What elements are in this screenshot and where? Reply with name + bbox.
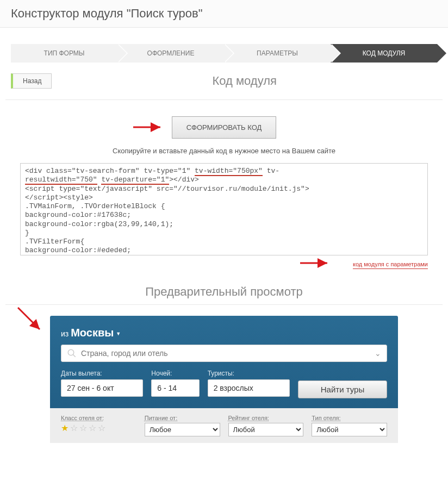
star-icon: ☆ (89, 423, 98, 433)
annotation-arrow (300, 258, 333, 271)
star-icon: ☆ (79, 423, 89, 433)
page-title: Конструктор модуля "Поиск туров" (11, 7, 437, 21)
star-icon: ★ (61, 423, 70, 433)
page-header: Конструктор модуля "Поиск туров" (0, 0, 448, 28)
generate-code-button[interactable]: СФОРМИРОВАТЬ КОД (172, 116, 277, 139)
divider (5, 304, 443, 305)
search-icon (67, 348, 77, 358)
destination-search-input[interactable]: ⌄ (61, 345, 387, 362)
step-form-type[interactable]: ТИП ФОРМЫ (11, 44, 117, 63)
rating-label: Рейтинг отеля: (228, 415, 304, 421)
dates-label: Даты вылета: (61, 370, 143, 377)
star-icon: ☆ (70, 423, 79, 433)
svg-line-4 (73, 354, 76, 357)
step-params[interactable]: ПАРАМЕТРЫ (224, 44, 331, 63)
chevron-down-icon: ▼ (116, 331, 121, 336)
code-with-params-link[interactable]: код модуля с параметрами (353, 261, 428, 269)
hotel-type-select[interactable]: Любой (312, 423, 387, 436)
wizard-steps: ТИП ФОРМЫ ОФОРМЛЕНИЕ ПАРАМЕТРЫ КОД МОДУЛ… (11, 44, 437, 63)
tourists-field[interactable]: 2 взрослых (208, 379, 290, 397)
annotation-arrow (133, 122, 166, 135)
type-label: Тип отеля: (312, 415, 387, 421)
nights-field[interactable]: 6 - 14 (151, 379, 199, 397)
back-button[interactable]: Назад (11, 73, 52, 89)
svg-point-3 (68, 349, 74, 355)
tourists-label: Туристы: (208, 370, 290, 377)
code-textarea[interactable]: <div class="tv-search-form" tv-type="1" … (20, 163, 428, 255)
rating-select[interactable]: Любой (228, 423, 304, 436)
find-tours-button[interactable]: Найти туры (298, 380, 387, 398)
chevron-down-icon: ⌄ (375, 349, 381, 358)
hotel-class-stars[interactable]: ★☆☆☆☆ (61, 423, 136, 433)
nights-label: Ночей: (151, 370, 199, 377)
meal-select[interactable]: Любое (145, 423, 220, 436)
step-code[interactable]: КОД МОДУЛЯ (331, 44, 437, 63)
annotation-arrow (15, 305, 48, 340)
dates-field[interactable]: 27 сен - 6 окт (61, 379, 143, 397)
section-title-preview: Предварительный просмотр (0, 285, 448, 299)
instructions-text: Скопируйте и вставьте данный код в нужно… (0, 147, 448, 155)
divider (5, 99, 443, 100)
departure-city-selector[interactable]: из Москвы▼ (61, 327, 387, 339)
star-icon: ☆ (98, 423, 107, 433)
section-title-code: Код модуля (52, 74, 437, 88)
svg-line-2 (18, 308, 40, 329)
destination-input[interactable] (81, 349, 375, 358)
step-design[interactable]: ОФОРМЛЕНИЕ (117, 44, 224, 63)
meal-label: Питание от: (145, 415, 220, 421)
hotel-class-label: Класс отеля от: (61, 415, 136, 421)
filters-bar: Класс отеля от: ★☆☆☆☆ Питание от: Любое … (50, 408, 398, 443)
tour-search-form-preview: из Москвы▼ ⌄ Даты вылета: 27 сен - 6 окт… (50, 316, 398, 443)
